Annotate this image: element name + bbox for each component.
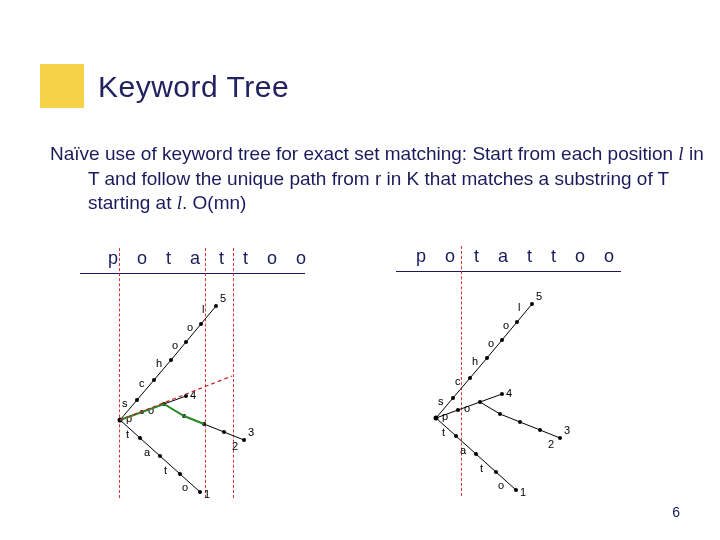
svg-point-89 [558, 436, 562, 440]
svg-text:3: 3 [248, 426, 254, 438]
svg-line-35 [224, 432, 244, 440]
svg-text:a: a [460, 444, 467, 456]
svg-text:p: p [442, 410, 448, 422]
svg-line-96 [476, 454, 496, 472]
svg-line-79 [480, 394, 502, 402]
svg-text:c: c [139, 377, 145, 389]
diagram-right: s c h o o l 5 p o 4 3 2 [398, 278, 628, 508]
svg-text:o: o [464, 402, 470, 414]
svg-point-99 [514, 488, 518, 492]
svg-point-70 [530, 302, 534, 306]
svg-text:o: o [488, 337, 494, 349]
svg-line-43 [160, 456, 180, 474]
svg-line-33 [204, 424, 224, 432]
svg-text:t: t [126, 428, 129, 440]
body-pre: Naïve use of keyword tree for exact set … [50, 143, 678, 164]
svg-text:o: o [172, 339, 178, 351]
svg-line-88 [540, 430, 560, 438]
keyword-tree-right: s c h o o l 5 p o 4 3 2 [398, 278, 628, 508]
svg-text:3: 3 [564, 424, 570, 436]
svg-text:o: o [498, 479, 504, 491]
svg-text:s: s [122, 397, 128, 409]
svg-text:1: 1 [520, 486, 526, 498]
sequence-left: p o t a t t o o [108, 248, 313, 269]
slide-body: Naïve use of keyword tree for exact set … [50, 142, 708, 216]
keyword-tree-left: s c h o o l 5 p o 4 3 2 [82, 280, 312, 510]
svg-line-84 [500, 414, 520, 422]
svg-point-17 [214, 304, 218, 308]
svg-text:t: t [480, 462, 483, 474]
svg-text:l: l [518, 301, 520, 313]
sequence-right-underline [396, 271, 621, 272]
svg-text:o: o [503, 319, 509, 331]
accent-square [40, 64, 84, 108]
diagram-left: s c h o o l 5 p o 4 3 2 [82, 280, 312, 510]
sequence-left-underline [80, 273, 305, 274]
svg-text:o: o [182, 481, 188, 493]
svg-text:o: o [187, 321, 193, 333]
svg-text:t: t [164, 464, 167, 476]
svg-line-26 [164, 396, 186, 404]
svg-text:5: 5 [536, 290, 542, 302]
svg-text:t: t [442, 426, 445, 438]
svg-point-36 [242, 438, 246, 442]
sequence-right: p o t a t t o o [416, 246, 621, 267]
svg-text:c: c [455, 375, 461, 387]
svg-point-80 [500, 392, 504, 396]
svg-text:1: 1 [204, 488, 210, 500]
body-post: . O(mn) [182, 192, 246, 213]
page-number: 6 [672, 504, 680, 520]
svg-text:l: l [202, 303, 204, 315]
svg-point-46 [198, 490, 202, 494]
svg-text:4: 4 [506, 387, 512, 399]
svg-text:2: 2 [548, 438, 554, 450]
svg-text:2: 2 [232, 440, 238, 452]
svg-text:s: s [438, 395, 444, 407]
svg-text:a: a [144, 446, 151, 458]
svg-line-82 [480, 402, 500, 414]
svg-text:h: h [472, 355, 478, 367]
svg-text:5: 5 [220, 292, 226, 304]
svg-line-86 [520, 422, 540, 430]
slide-title: Keyword Tree [98, 70, 289, 104]
svg-text:h: h [156, 357, 162, 369]
